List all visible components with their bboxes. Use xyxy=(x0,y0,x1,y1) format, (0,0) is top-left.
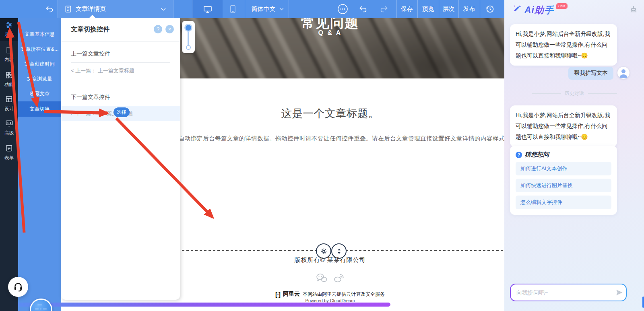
send-button[interactable] xyxy=(612,286,626,299)
sidebar-item-label: 高级 xyxy=(0,130,18,136)
magic-wand-icon xyxy=(512,4,522,14)
suggestions-title-row: ? 猜您想问 xyxy=(516,151,611,159)
layers-button[interactable]: 层次 xyxy=(439,0,458,18)
suggestion-item[interactable]: 如何进行AI文本创作 xyxy=(516,162,611,175)
suggestion-item[interactable]: 如何快速进行图片替换 xyxy=(516,179,611,192)
sidebar-item-design[interactable]: 设计 xyxy=(0,95,18,112)
sidebar-item-form[interactable]: 表单 xyxy=(0,144,18,161)
vertical-slider-widget[interactable] xyxy=(182,21,195,53)
ai-assistant-panel: Ai助手 Beta Hi,我是小梦,网站后台全新升级改版,我可以辅助您做一些常见… xyxy=(504,0,644,311)
gear-icon xyxy=(320,248,327,255)
mobile-view-button[interactable] xyxy=(223,0,243,18)
banner-subtitle: Q & A xyxy=(318,29,342,37)
subpanel-item-article-views[interactable]: 文章浏览量 xyxy=(18,72,61,87)
desktop-view-button[interactable] xyxy=(192,0,223,18)
headset-icon xyxy=(13,282,23,292)
history-divider-label: 历史对话 xyxy=(565,90,584,97)
article-switch-panel: 文章切换控件 ? × 上一篇文章控件 < 上一篇： 上一篇文章标题 下一篇文章控… xyxy=(61,18,180,300)
language-label: 简体中文 xyxy=(252,5,276,13)
history-button[interactable] xyxy=(480,0,500,18)
alibaba-cloud-logo-icon: [-] xyxy=(275,291,280,298)
subpanel-item-article-created[interactable]: 文章创建时间 xyxy=(18,57,61,72)
sidebar-item-label: 表单 xyxy=(0,155,18,161)
ai-chat-input-box xyxy=(510,284,627,301)
sidebar-item-label: 设计 xyxy=(0,106,18,112)
preview-button[interactable]: 预览 xyxy=(417,0,439,18)
desktop-icon xyxy=(203,5,212,13)
back-arrow-icon xyxy=(45,6,54,13)
system-subpanel: 文章基本信息 文章所在位置&... 文章创建时间 文章浏览量 收藏文章 文章切换 xyxy=(18,18,61,311)
history-clock-icon xyxy=(485,4,495,14)
sliders-icon xyxy=(5,21,13,29)
save-button[interactable]: 保存 xyxy=(396,0,417,18)
provider-row: [-] 阿里云 本网站由阿里云提供云计算及安全服务 xyxy=(275,290,385,298)
ellipsis-circle-icon xyxy=(337,4,348,14)
ai-chat-input[interactable] xyxy=(511,289,612,296)
undo-icon xyxy=(359,6,367,13)
redo-icon xyxy=(380,6,388,13)
page-selector-label: 文章详情页 xyxy=(76,5,106,13)
subpanel-item-article-switch[interactable]: 文章切换 xyxy=(18,101,61,117)
help-icon[interactable]: ? xyxy=(154,25,162,33)
section-underline xyxy=(71,106,170,106)
prev-article-row[interactable]: < 上一篇： 上一篇文章标题 xyxy=(71,67,134,74)
panel-divider xyxy=(61,41,180,42)
document-icon xyxy=(6,46,13,54)
mobile-icon xyxy=(230,5,236,13)
sidebar-item-system[interactable]: 系统 xyxy=(0,21,18,38)
slider-handle[interactable] xyxy=(186,25,191,31)
support-button[interactable] xyxy=(8,277,28,297)
sidebar-item-content[interactable]: 内容 xyxy=(0,46,18,63)
page-scrollbar-thumb[interactable] xyxy=(642,297,644,308)
sidebar-item-function[interactable]: 功能 xyxy=(0,71,18,88)
subpanel-item-article-favorite[interactable]: 收藏文章 xyxy=(18,87,61,101)
ai-welcome-message: Hi,我是小梦,网站后台全新升级改版,我可以辅助您做一些常见操作,有什么问题也可… xyxy=(510,24,617,66)
suggestion-item[interactable]: 怎么编辑文字控件 xyxy=(516,196,611,209)
select-button[interactable]: 选择 xyxy=(114,107,130,117)
next-section-label: 下一篇文章控件 xyxy=(71,94,110,101)
beta-badge: Beta xyxy=(556,3,568,9)
page-icon xyxy=(65,5,72,13)
sidebar-item-advanced[interactable]: 高级 xyxy=(0,119,18,136)
article-description[interactable]: 自动绑定后台每篇文章的详情数据。拖动控件时请不要让任何控件重叠。请在后台文章管理… xyxy=(179,135,504,142)
more-options-button[interactable] xyxy=(334,0,351,18)
ai-history-message: Hi,我是小梦,网站后台全新升级改版,我可以辅助您做一些常见操作,有什么问题也可… xyxy=(510,105,617,147)
chevron-down-icon xyxy=(279,8,284,10)
provider-brand: 阿里云 xyxy=(283,290,300,298)
clear-chat-icon[interactable] xyxy=(630,5,638,15)
close-icon[interactable]: × xyxy=(165,25,174,33)
suggestions-title: 猜您想问 xyxy=(525,151,549,159)
slider-track xyxy=(188,28,189,47)
language-selector[interactable]: 简体中文 xyxy=(246,0,289,18)
provider-note: 本网站由阿里云提供云计算及安全服务 xyxy=(303,291,385,298)
suggestions-card: ? 猜您想问 如何进行AI文本创作 如何快速进行图片替换 怎么编辑文字控件 xyxy=(510,146,617,215)
blocks-icon xyxy=(5,71,13,79)
back-button[interactable] xyxy=(41,0,58,18)
social-icons xyxy=(316,273,344,283)
question-icon: ? xyxy=(516,152,522,158)
weibo-icon[interactable] xyxy=(334,273,344,283)
form-list-icon xyxy=(5,144,13,152)
slider-end-dot xyxy=(186,45,191,50)
wechat-icon[interactable] xyxy=(316,273,327,283)
sort-arrows-icon xyxy=(336,248,342,255)
section-underline xyxy=(71,62,170,63)
chevron-down-icon xyxy=(161,8,166,11)
layout-icon xyxy=(5,95,13,103)
send-icon xyxy=(615,289,623,296)
redo-button[interactable] xyxy=(376,0,392,18)
subpanel-item-article-info[interactable]: 文章基本信息 xyxy=(18,27,61,42)
prev-section-label: 上一篇文章控件 xyxy=(71,50,110,58)
subpanel-item-article-position[interactable]: 文章所在位置&... xyxy=(18,42,61,57)
panel-title: 文章切换控件 xyxy=(71,25,109,34)
ai-assistant-title: Ai助手 xyxy=(524,4,554,16)
code-monitor-icon xyxy=(5,119,13,127)
publish-button[interactable]: 发布 xyxy=(458,0,480,18)
article-title[interactable]: 这是一个文章标题。 xyxy=(281,106,379,121)
page-selector[interactable]: 文章详情页 xyxy=(58,0,173,18)
user-avatar xyxy=(617,67,630,79)
undo-button[interactable] xyxy=(355,0,371,18)
user-message-row: 帮我扩写文本 xyxy=(504,67,644,80)
sidebar-item-label: 系统 xyxy=(0,32,18,38)
main-sidebar: 系统 内容 功能 设计 xyxy=(0,0,18,311)
